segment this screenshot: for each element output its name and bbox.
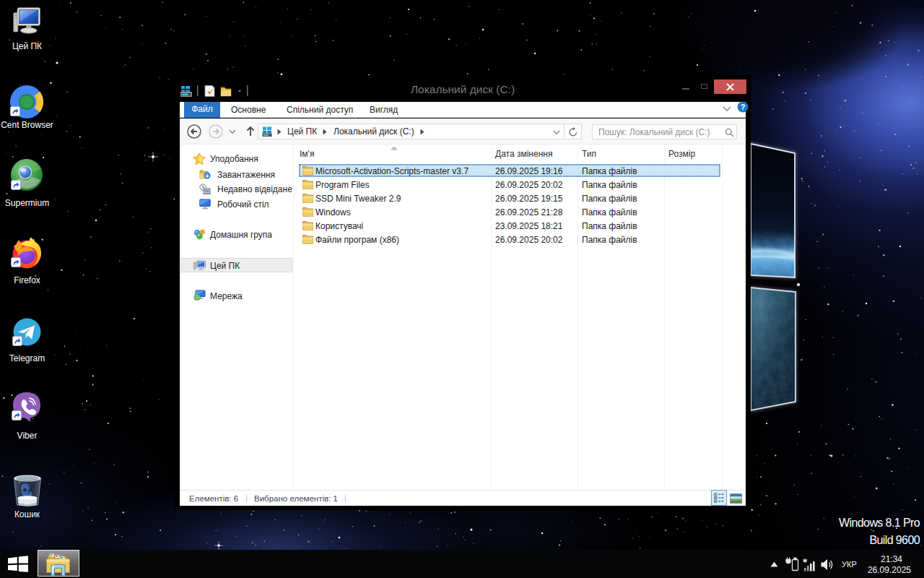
- svg-text:?: ?: [741, 103, 746, 111]
